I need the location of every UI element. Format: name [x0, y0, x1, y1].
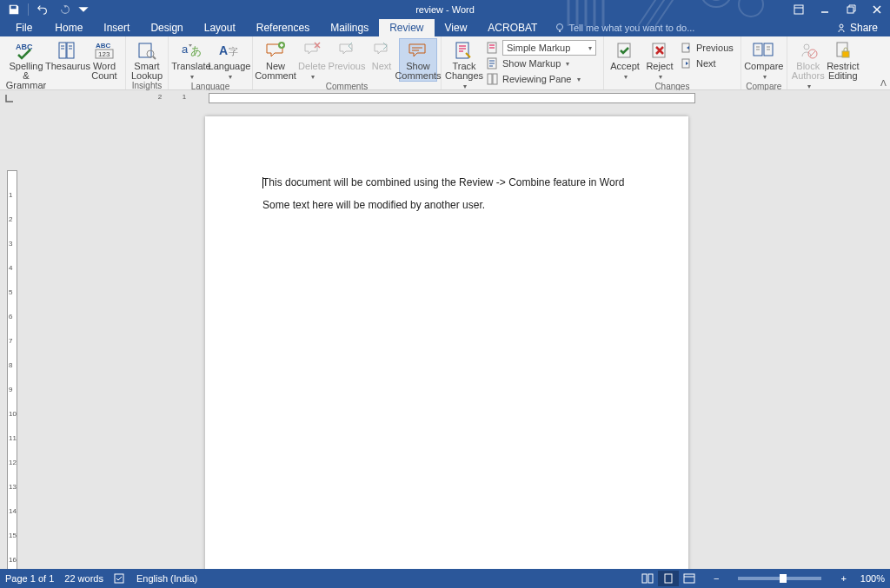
status-word-count[interactable]: 22 words	[64, 573, 103, 584]
smart-lookup-button[interactable]: Smart Lookup	[130, 38, 164, 81]
show-comments-icon	[404, 40, 432, 61]
track-changes-button[interactable]: Track Changes	[445, 38, 483, 91]
tab-layout[interactable]: Layout	[194, 19, 246, 36]
redo-button[interactable]	[55, 1, 76, 18]
tab-file[interactable]: File	[3, 19, 44, 36]
block-authors-icon	[794, 40, 822, 61]
zoom-in-button[interactable]: +	[837, 573, 849, 584]
zoom-out-button[interactable]: −	[710, 573, 722, 584]
tab-home[interactable]: Home	[44, 19, 93, 36]
svg-text:A: A	[219, 43, 228, 57]
document-area: 12345678910111213141516 This document wi…	[0, 106, 890, 569]
svg-rect-3	[794, 5, 803, 14]
language-icon: A字	[216, 40, 243, 61]
show-comments-button[interactable]: Show Comments	[399, 38, 437, 82]
reject-icon	[646, 40, 674, 61]
tab-mailings[interactable]: Mailings	[320, 19, 379, 36]
previous-change-icon	[681, 42, 693, 54]
svg-rect-36	[642, 574, 647, 583]
svg-rect-37	[648, 574, 653, 583]
save-button[interactable]	[3, 1, 24, 18]
undo-button[interactable]	[32, 1, 53, 18]
next-comment-button: Next	[364, 38, 399, 71]
group-compare: Compare Compare	[741, 36, 787, 89]
collapse-ribbon-button[interactable]: ᐱ	[880, 78, 887, 88]
tab-review[interactable]: Review	[379, 19, 434, 36]
tab-references[interactable]: References	[246, 19, 320, 36]
show-markup-button[interactable]: Show Markup	[483, 56, 600, 71]
accept-button[interactable]: Accept	[608, 38, 642, 82]
word-count-button[interactable]: ABC123 Word Count	[87, 38, 122, 81]
restrict-editing-icon	[829, 40, 857, 61]
tell-me-search[interactable]: Tell me what you want to do...	[555, 19, 694, 36]
ribbon-display-options-button[interactable]	[786, 1, 812, 18]
reject-button[interactable]: Reject	[642, 38, 677, 82]
group-protect: Block Authors Restrict Editing Protect	[787, 36, 864, 89]
svg-rect-34	[842, 51, 849, 57]
tell-me-placeholder: Tell me what you want to do...	[568, 23, 694, 33]
horizontal-ruler[interactable]: 211234567891011121314151718	[19, 90, 890, 106]
restore-button[interactable]	[838, 1, 864, 18]
svg-rect-4	[847, 7, 853, 13]
markup-mode-icon	[487, 42, 499, 54]
zoom-slider-thumb[interactable]	[780, 574, 787, 583]
window-controls	[786, 1, 890, 18]
zoom-level-button[interactable]: 100%	[860, 573, 885, 584]
svg-point-31	[804, 44, 809, 50]
accept-icon	[611, 40, 639, 61]
tab-view[interactable]: View	[435, 19, 478, 36]
translate-icon: aあ	[177, 40, 205, 61]
thesaurus-button[interactable]: Thesaurus	[49, 38, 87, 71]
language-button[interactable]: A字 Language	[210, 38, 249, 82]
new-comment-button[interactable]: New Comment	[256, 38, 295, 81]
status-spell-check[interactable]	[114, 572, 126, 585]
view-web-layout[interactable]	[679, 571, 700, 586]
next-change-button[interactable]: Next	[677, 56, 737, 71]
delete-comment-button: Delete	[295, 38, 329, 82]
share-label: Share	[850, 22, 878, 34]
previous-comment-button: Previous	[329, 38, 364, 71]
view-read-mode[interactable]	[637, 571, 658, 586]
paragraph-1: This document will be combined using the…	[262, 176, 624, 188]
document-page[interactable]: This document will be combined using the…	[205, 116, 688, 569]
ribbon: ABC Spelling & Grammar Thesaurus ABC123 …	[0, 36, 890, 90]
previous-comment-icon	[333, 40, 361, 61]
restrict-editing-button[interactable]: Restrict Editing	[826, 38, 860, 81]
markup-mode-dropdown[interactable]: Simple Markup	[483, 40, 600, 56]
compare-button[interactable]: Compare	[745, 38, 783, 82]
tab-design[interactable]: Design	[140, 19, 193, 36]
svg-rect-38	[665, 574, 672, 583]
svg-rect-23	[488, 74, 492, 84]
svg-point-2	[739, 0, 763, 17]
window-title: review - Word	[415, 4, 475, 15]
zoom-slider[interactable]	[738, 577, 821, 580]
minimize-button[interactable]	[812, 1, 838, 18]
reviewing-pane-button[interactable]: Reviewing Pane	[483, 71, 600, 87]
page-content[interactable]: This document will be combined using the…	[205, 116, 688, 280]
share-button[interactable]: Share	[824, 19, 890, 36]
group-language: aあ Translate A字 Language Language	[169, 36, 253, 89]
previous-change-button[interactable]: Previous	[677, 40, 737, 56]
vertical-ruler[interactable]: 12345678910111213141516	[5, 106, 19, 569]
view-print-layout[interactable]	[658, 571, 679, 586]
spelling-grammar-button[interactable]: ABC Spelling & Grammar	[3, 38, 49, 90]
thesaurus-icon	[54, 40, 82, 61]
group-insights: Smart Lookup Insights	[126, 36, 169, 89]
group-comments: New Comment Delete Previous Next Show Co…	[253, 36, 442, 89]
tab-acrobat[interactable]: ACROBAT	[477, 19, 548, 36]
new-comment-icon	[262, 40, 289, 61]
tab-insert[interactable]: Insert	[93, 19, 140, 36]
status-language[interactable]: English (India)	[136, 573, 197, 584]
group-proofing: ABC Spelling & Grammar Thesaurus ABC123 …	[0, 36, 126, 89]
paragraph-2: Some text here will be modified by anoth…	[262, 198, 631, 212]
close-button[interactable]	[864, 1, 890, 18]
translate-button[interactable]: aあ Translate	[172, 38, 210, 82]
qat-customize-button[interactable]	[77, 1, 90, 18]
svg-rect-8	[59, 43, 66, 58]
markup-mode-combo[interactable]: Simple Markup	[502, 40, 596, 56]
delete-comment-icon	[298, 40, 326, 61]
status-page[interactable]: Page 1 of 1	[5, 573, 54, 584]
track-changes-icon	[450, 40, 478, 61]
svg-text:あ: あ	[190, 44, 202, 57]
reviewing-pane-icon	[487, 73, 499, 85]
